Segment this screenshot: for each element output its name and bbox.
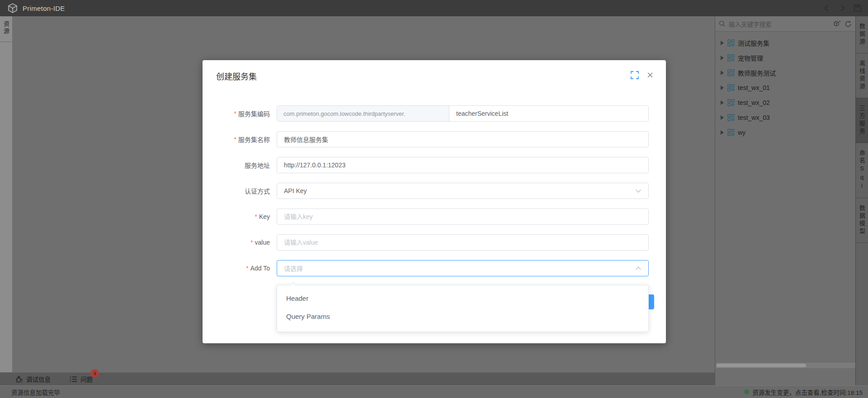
required-mark: * [250, 239, 253, 246]
tree-item[interactable]: test_wx_02 [715, 95, 855, 110]
right-rail-tab-label: 数据模型 [859, 205, 865, 236]
right-rail-tab-label: 命名Sql [859, 150, 865, 191]
tree-item[interactable]: 教师服务测试 [715, 65, 855, 80]
service-set-icon [727, 114, 735, 121]
add-to-dropdown: Header Query Params [277, 285, 649, 332]
expand-arrow-icon[interactable] [721, 56, 724, 60]
chevron-down-icon [635, 189, 642, 193]
chevron-up-icon [635, 266, 642, 270]
problems-list-icon [70, 376, 77, 383]
right-rail-tab[interactable]: 三方服务 [856, 98, 868, 143]
dialog-form: * 服务集编码 com.primeton.gocom.lowcode.third… [203, 85, 666, 276]
tree-item[interactable]: test_wx_01 [715, 80, 855, 95]
right-rail-tab[interactable]: 数据源 [856, 16, 868, 53]
right-rail: 数据源 离线资源 三方服务 命名Sql 数据模型 [855, 16, 868, 385]
refresh-icon[interactable] [844, 20, 852, 28]
field-label-key: Key [259, 213, 270, 220]
expand-arrow-icon[interactable] [721, 130, 724, 135]
expand-arrow-icon[interactable] [721, 85, 724, 90]
value-input[interactable] [284, 239, 642, 246]
service-set-icon [727, 129, 735, 136]
search-input[interactable]: 输入关键字搜索 [729, 19, 833, 28]
create-service-set-dialog: 创建服务集 × * 服务集编码 com.primeton.gocom.lowco… [203, 60, 666, 343]
right-panel: 输入关键字搜索 测试服 [715, 16, 855, 385]
service-set-icon [727, 99, 735, 106]
search-icon [719, 20, 726, 27]
field-label-code: 服务集编码 [238, 109, 270, 118]
add-to-select-placeholder: 请选择 [284, 264, 303, 273]
field-label-name: 服务集名称 [238, 135, 270, 144]
tree-item-label: test_wx_02 [738, 99, 770, 106]
auth-select[interactable]: API Key [277, 183, 649, 199]
horizontal-scrollbar[interactable] [716, 363, 855, 368]
bottom-bar: 调试信息 问题 4 [0, 372, 715, 385]
tree-item-label: 宠物管理 [738, 53, 763, 62]
expand-arrow-icon[interactable] [721, 41, 724, 45]
field-row-name: * 服务集名称 [220, 131, 649, 147]
status-left-text: 资源信息加载完毕 [11, 388, 60, 397]
close-icon[interactable]: × [647, 71, 653, 79]
service-set-tree: 测试服务集 宠物管理 教师服务测试 [715, 32, 855, 140]
name-input[interactable] [284, 136, 642, 143]
right-rail-tab-label: 数据源 [859, 23, 865, 46]
tree-item-label: 教师服务测试 [738, 68, 776, 77]
required-mark: * [246, 265, 248, 272]
dropdown-option[interactable]: Query Params [277, 307, 648, 325]
code-input[interactable] [449, 106, 648, 121]
left-rail-tab-resources[interactable]: 资源 [0, 16, 12, 42]
address-input[interactable] [284, 161, 642, 169]
code-prefix-addon: com.primeton.gocom.lowcode.thirdpartyser… [277, 106, 449, 121]
field-label-add-to: Add To [250, 265, 270, 272]
add-service-set-icon[interactable] [833, 20, 841, 28]
tree-item-label: test_wx_01 [738, 84, 770, 91]
tree-item-label: wy [738, 129, 745, 136]
status-right[interactable]: 资源发生变更，点击查看,检查时间:18:15 [744, 388, 863, 397]
tab-debug-info-label: 调试信息 [26, 374, 51, 384]
required-mark: * [234, 110, 236, 117]
tree-item[interactable]: 宠物管理 [715, 50, 855, 65]
left-rail-tab-label: 资源 [3, 21, 9, 35]
auth-select-value: API Key [284, 187, 307, 194]
field-row-key: * Key [220, 208, 649, 225]
field-label-value: value [255, 239, 270, 246]
nav-forward-icon[interactable] [838, 4, 846, 12]
expand-arrow-icon[interactable] [721, 115, 724, 120]
tree-item-label: 测试服务集 [738, 38, 769, 47]
titlebar: Primeton-IDE [0, 0, 868, 16]
service-set-icon [727, 84, 735, 91]
field-row-auth: 认证方式 API Key [220, 183, 649, 199]
field-row-code: * 服务集编码 com.primeton.gocom.lowcode.third… [220, 105, 649, 122]
right-rail-tab[interactable]: 离线资源 [856, 53, 868, 98]
field-row-value: * value [220, 234, 649, 251]
right-rail-tab[interactable]: 数据模型 [856, 198, 868, 243]
expand-arrow-icon[interactable] [721, 100, 724, 105]
save-icon[interactable] [854, 4, 862, 12]
field-label-address: 服务地址 [245, 161, 270, 170]
dropdown-option[interactable]: Header [277, 289, 648, 307]
right-rail-tab[interactable]: 命名Sql [856, 143, 868, 198]
field-row-add-to: * Add To 请选择 [220, 260, 649, 276]
right-rail-tab-label: 三方服务 [859, 105, 865, 136]
tab-problems[interactable]: 问题 4 [70, 374, 93, 384]
tab-debug-info[interactable]: 调试信息 [15, 374, 51, 384]
search-bar: 输入关键字搜索 [715, 16, 855, 32]
debug-icon [15, 375, 23, 383]
expand-arrow-icon[interactable] [721, 71, 724, 75]
dialog-header: 创建服务集 [203, 60, 666, 85]
status-right-text: 资源发生变更，点击查看,检查时间:18:15 [752, 388, 863, 397]
tree-item[interactable]: test_wx_03 [715, 110, 855, 125]
required-mark: * [234, 136, 236, 143]
add-to-select[interactable]: 请选择 [277, 260, 649, 276]
left-rail: 资源 [0, 16, 13, 385]
app-title: Primeton-IDE [23, 5, 65, 12]
status-green-dot-icon [744, 389, 749, 394]
field-row-address: 服务地址 [220, 157, 649, 173]
tree-item[interactable]: wy [715, 125, 855, 140]
required-mark: * [255, 213, 257, 220]
nav-back-icon[interactable] [823, 4, 831, 12]
fullscreen-icon[interactable] [631, 71, 639, 79]
key-input[interactable] [284, 213, 642, 220]
problems-count-badge: 4 [90, 369, 99, 378]
tree-item[interactable]: 测试服务集 [715, 35, 855, 50]
scrollbar-thumb[interactable] [717, 364, 806, 367]
